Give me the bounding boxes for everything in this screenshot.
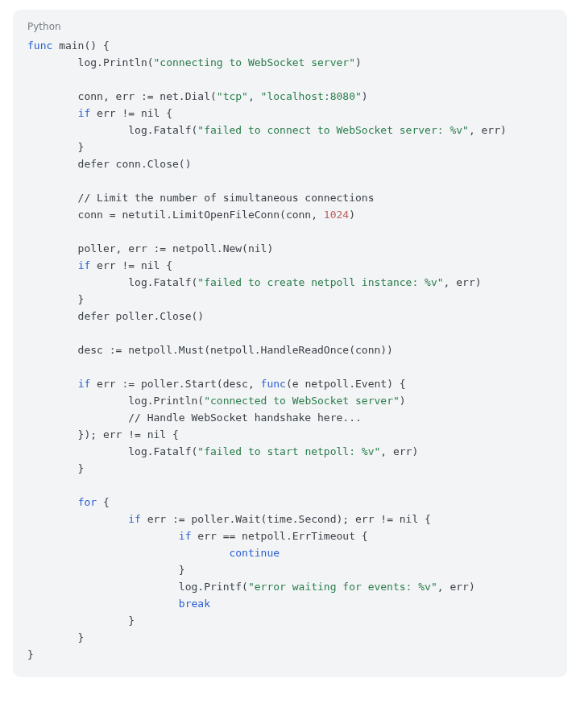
code-block: Python func main() { log.Println("connec… <box>13 10 567 677</box>
code-content: func main() { log.Println("connecting to… <box>27 37 553 663</box>
code-language-label: Python <box>27 21 553 32</box>
